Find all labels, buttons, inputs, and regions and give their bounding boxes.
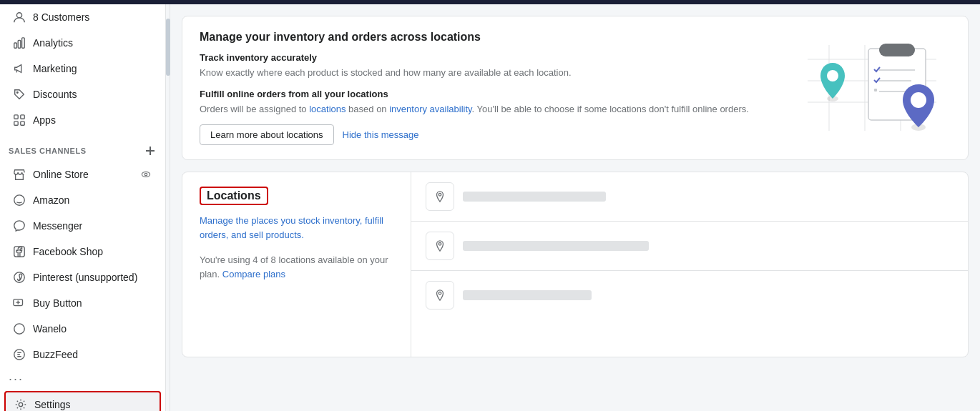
svg-rect-14 xyxy=(14,247,24,257)
sidebar-item-online-store[interactable]: Online Store xyxy=(4,162,161,187)
svg-rect-17 xyxy=(14,324,24,334)
messenger-icon xyxy=(13,219,26,232)
person-icon xyxy=(13,11,26,24)
svg-point-4 xyxy=(16,91,18,93)
sidebar-item-wanelo[interactable]: Wanelo xyxy=(4,317,161,341)
svg-point-37 xyxy=(438,243,441,246)
sidebar-item-pinterest[interactable]: Pinterest (unsupported) xyxy=(4,265,161,289)
sidebar-item-apps[interactable]: Apps xyxy=(4,108,161,132)
locations-list xyxy=(411,172,968,357)
banner-actions: Learn more about locations Hide this mes… xyxy=(200,124,782,145)
apps-label: Apps xyxy=(33,114,56,126)
sidebar-item-discounts[interactable]: Discounts xyxy=(4,82,161,107)
sidebar-item-buzzfeed[interactable]: BuzzFeed xyxy=(4,342,161,367)
buy-button-label: Buy Button xyxy=(33,297,82,309)
pinterest-icon xyxy=(13,271,26,284)
svg-point-35 xyxy=(911,92,926,108)
track-inventory-desc: Know exactly where each product is stock… xyxy=(200,66,782,80)
more-items-button[interactable]: ··· xyxy=(0,367,165,391)
svg-rect-7 xyxy=(14,122,18,125)
chart-icon xyxy=(13,36,26,49)
learn-more-button[interactable]: Learn more about locations xyxy=(200,124,334,145)
facebook-icon xyxy=(13,245,26,258)
table-row xyxy=(411,222,968,271)
info-banner: Manage your inventory and orders across … xyxy=(182,16,969,160)
track-inventory-title: Track inventory accurately xyxy=(200,52,782,63)
location-name-placeholder xyxy=(463,241,649,251)
sidebar-item-marketing[interactable]: Marketing xyxy=(4,56,161,81)
location-name-placeholder xyxy=(463,290,592,300)
tag-icon xyxy=(13,88,26,101)
sidebar-item-messenger[interactable]: Messenger xyxy=(4,214,161,238)
compare-plans-link[interactable]: Compare plans xyxy=(222,269,285,279)
sidebar-item-amazon[interactable]: Amazon xyxy=(4,188,161,212)
messenger-label: Messenger xyxy=(33,220,82,232)
locations-section: Locations Manage the places you stock in… xyxy=(182,172,969,357)
sidebar-item-customers[interactable]: 8 Customers xyxy=(4,5,161,29)
svg-rect-6 xyxy=(21,115,24,119)
settings-label: Settings xyxy=(34,399,71,410)
svg-rect-3 xyxy=(22,38,25,48)
pinterest-label: Pinterest (unsupported) xyxy=(33,272,137,283)
sidebar: 8 Customers Analytics xyxy=(0,4,166,411)
discounts-label: Discounts xyxy=(33,89,77,100)
sidebar-item-buy-button[interactable]: Buy Button xyxy=(4,291,161,315)
locations-desc: Manage the places you stock inventory, f… xyxy=(200,214,393,242)
locations-title-box: Locations xyxy=(200,187,268,205)
table-row xyxy=(411,172,968,222)
locations-usage: You're using 4 of 8 locations available … xyxy=(200,253,393,281)
sales-channels-header: SALES CHANNELS xyxy=(0,133,165,162)
gear-icon xyxy=(14,398,27,411)
customers-label: 8 Customers xyxy=(33,11,89,23)
sidebar-item-analytics[interactable]: Analytics xyxy=(4,31,161,55)
marketing-label: Marketing xyxy=(33,63,77,74)
analytics-label: Analytics xyxy=(33,37,73,49)
buzzfeed-label: BuzzFeed xyxy=(33,349,78,360)
hide-message-button[interactable]: Hide this message xyxy=(343,129,419,140)
fulfill-orders-desc: Orders will be assigned to locations bas… xyxy=(200,102,782,117)
svg-point-36 xyxy=(438,194,441,197)
svg-rect-1 xyxy=(14,43,17,48)
svg-point-13 xyxy=(14,195,24,205)
store-icon xyxy=(13,168,26,181)
svg-rect-2 xyxy=(18,40,21,48)
facebook-shop-label: Facebook Shop xyxy=(33,246,103,257)
svg-point-0 xyxy=(16,13,21,18)
svg-point-33 xyxy=(827,70,838,81)
svg-rect-8 xyxy=(21,122,24,125)
svg-point-19 xyxy=(19,402,22,406)
locations-title: Locations xyxy=(207,189,261,202)
fulfill-orders-title: Fulfill online orders from all your loca… xyxy=(200,89,782,99)
banner-title: Manage your inventory and orders across … xyxy=(200,31,782,44)
online-store-label: Online Store xyxy=(33,169,89,180)
svg-rect-5 xyxy=(14,115,18,119)
add-sales-channel-button[interactable] xyxy=(144,144,157,157)
amazon-icon xyxy=(13,194,26,207)
buzzfeed-icon xyxy=(13,348,26,361)
svg-point-12 xyxy=(144,173,147,176)
svg-point-38 xyxy=(438,292,441,295)
svg-rect-31 xyxy=(874,89,877,91)
wanelo-icon xyxy=(13,322,26,335)
sidebar-item-settings[interactable]: Settings xyxy=(4,391,161,411)
locations-info: Locations Manage the places you stock in… xyxy=(182,172,411,357)
buy-button-icon xyxy=(13,297,26,310)
table-row xyxy=(411,271,968,320)
location-pin-icon xyxy=(426,281,454,310)
megaphone-icon xyxy=(13,62,26,75)
location-name-placeholder xyxy=(463,192,606,202)
wanelo-label: Wanelo xyxy=(33,323,67,335)
banner-illustration xyxy=(793,31,951,145)
svg-point-11 xyxy=(142,172,150,177)
location-pin-icon xyxy=(426,182,454,211)
eye-icon xyxy=(139,168,152,181)
svg-rect-27 xyxy=(879,44,915,56)
apps-icon xyxy=(13,114,26,127)
location-pin-icon xyxy=(426,232,454,260)
amazon-label: Amazon xyxy=(33,194,69,206)
main-content: Manage your inventory and orders across … xyxy=(170,4,980,411)
sidebar-item-facebook-shop[interactable]: Facebook Shop xyxy=(4,239,161,264)
